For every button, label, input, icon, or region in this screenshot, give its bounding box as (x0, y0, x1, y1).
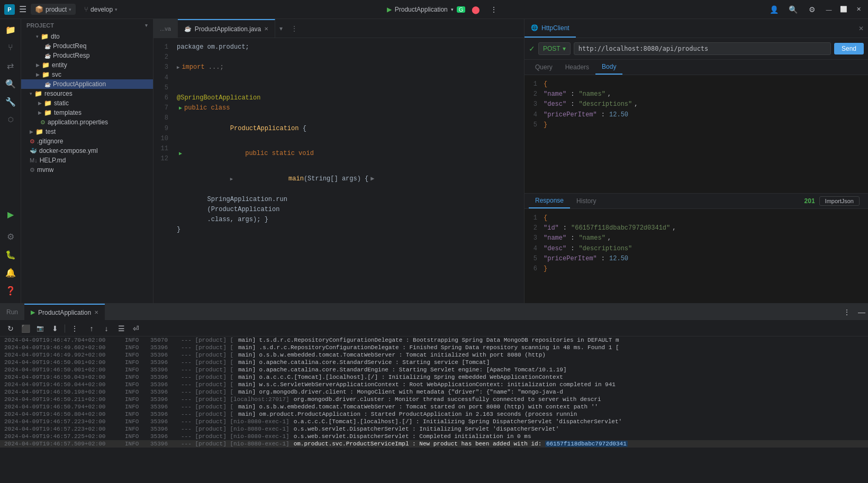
httpclient-close-btn[interactable]: ✕ (854, 19, 868, 38)
bottom-tabs: Run ▶ ProductApplication ✕ ⋮ — (0, 304, 868, 321)
req-tab-headers[interactable]: Headers (559, 60, 595, 74)
send-button[interactable]: Send (834, 43, 864, 54)
title-arrow: ▾ (451, 7, 454, 12)
sidebar-icon-plugins[interactable]: ⬡ (2, 111, 19, 128)
folder-arrow-resources: ▾ (30, 91, 32, 96)
req-tab-query[interactable]: Query (529, 60, 559, 74)
code-editor: 1 2 3 4 5 6 7 8 9 10 11 12 package om.pr… (153, 38, 524, 303)
project-selector[interactable]: 📦 product ▾ (31, 4, 76, 15)
code-line-12: (ProductApplication (177, 205, 524, 215)
editor-tab-productapp[interactable]: ☕ ProductApplication.java ✕ (178, 19, 275, 38)
tree-item-app-properties[interactable]: ⚙ application.properties (21, 117, 153, 127)
log-line-12: 2024-04-09T19:46:57.223+02:00 INFO 35396… (0, 418, 868, 425)
stop-btn[interactable]: ⬛ (19, 322, 32, 335)
tab-options-btn[interactable]: ⋮ (287, 19, 302, 38)
tab-more-btn[interactable]: ▾ (275, 19, 287, 38)
tree-item-dto[interactable]: ▾ 📁 dto (21, 32, 153, 41)
method-label: POST (543, 45, 560, 52)
close-btn[interactable]: ✕ (853, 4, 864, 15)
search-icon[interactable]: 🔍 (785, 2, 800, 17)
sidebar-icon-search[interactable]: 🔍 (2, 75, 19, 92)
sidebar-icon-merge[interactable]: ⇄ (2, 57, 19, 74)
httpclient-panel: 🌐 HttpClient ✕ ✓ POST ▾ Send Query Heade… (524, 19, 868, 303)
httpclient-tab[interactable]: 🌐 HttpClient (525, 19, 576, 38)
debug-icon-btn[interactable]: ⬤ (468, 2, 483, 17)
restart-btn[interactable]: ↻ (4, 322, 17, 335)
method-select[interactable]: POST ▾ (538, 42, 571, 55)
branch-selector[interactable]: ⑂ develop ▾ (80, 4, 122, 15)
log-area[interactable]: 2024-04-09T19:46:47.704+02:00 INFO 35070… (0, 336, 868, 483)
response-tab-history[interactable]: History (570, 194, 602, 208)
up-scroll-btn[interactable]: ↑ (85, 322, 98, 335)
more-icon-btn[interactable]: ⋮ (486, 2, 501, 17)
code-line-1: package om.product; (177, 42, 524, 52)
more-opts-btn[interactable]: ⋮ (68, 322, 81, 335)
tree-item-templates[interactable]: ▶ 📁 templates (21, 108, 153, 117)
tree-item-svc[interactable]: ▶ 📁 svc (21, 70, 153, 79)
bottom-tab-close[interactable]: ✕ (94, 309, 98, 315)
maximize-btn[interactable]: ⬜ (838, 4, 849, 15)
sidebar-icon-tools[interactable]: 🔧 (2, 93, 19, 110)
run-icon: ▶ (387, 6, 392, 13)
down-scroll-btn[interactable]: ↓ (100, 322, 113, 335)
tree-item-mvnw[interactable]: ⚙ mvnw (21, 165, 153, 175)
req-line-3: 3 "desc" : "descriptions" , (529, 99, 864, 110)
sidebar-icon-folder[interactable]: 📁 (2, 21, 19, 38)
tree-label-templates: templates (54, 109, 82, 116)
import-json-button[interactable]: ImportJson (819, 196, 860, 206)
sidebar-icon-help[interactable]: ❓ (2, 282, 19, 299)
bottom-more-btn[interactable]: ⋮ (840, 306, 853, 318)
sidebar-icon-notifications[interactable]: 🔔 (2, 264, 19, 281)
req-tab-body[interactable]: Body (595, 60, 622, 75)
account-icon[interactable]: 👤 (766, 2, 781, 17)
log-line-2: 2024-04-09T19:46:49.602+02:00 INFO 35396… (0, 344, 868, 351)
hamburger-menu[interactable]: ☰ (19, 4, 26, 14)
sidebar-icon-git[interactable]: ⑂ (2, 39, 19, 56)
tree-item-entity[interactable]: ▶ 📁 entity (21, 60, 153, 70)
sidebar-icon-run[interactable]: ▶ (2, 206, 19, 223)
code-content[interactable]: package om.product; ▶ import ...; @Sprin… (173, 38, 524, 303)
tree-label-help-md: HELP.md (40, 157, 66, 164)
bottom-tab-productapp[interactable]: ▶ ProductApplication ✕ (24, 304, 105, 320)
fold-arrow-import[interactable]: ▶ (177, 64, 179, 71)
fold-arrow-method[interactable]: ▶ (230, 176, 233, 183)
bottom-tab-run[interactable]: Run (0, 304, 24, 320)
suspend-btn[interactable]: 📷 (34, 322, 47, 335)
code-line-5 (177, 83, 524, 93)
run-button-main[interactable]: ▶ (177, 105, 184, 112)
folder-arrow-templates: ▶ (38, 110, 42, 115)
editor-tab-close[interactable]: ✕ (264, 26, 268, 32)
tree-item-test[interactable]: ▶ 📁 test (21, 127, 153, 136)
sidebar-icon-debug[interactable]: 🐛 (2, 246, 19, 263)
request-body[interactable]: 1 { 2 "name" : "names" , 3 "desc" : "des… (525, 75, 868, 193)
tree-item-productresp[interactable]: ☕ ProductResp (21, 51, 153, 60)
wrap-btn[interactable]: ⏎ (130, 322, 142, 335)
log-line-10: 2024-04-09T19:46:50.794+02:00 INFO 35396… (0, 403, 868, 411)
tree-item-docker[interactable]: 🐳 docker-compose.yml (21, 146, 153, 156)
tree-item-static[interactable]: ▶ 📁 static (21, 98, 153, 108)
sidebar-icon-build[interactable]: ⚙ (2, 228, 19, 245)
folder-icon-entity: 📁 (42, 61, 50, 69)
folder-arrow-entity: ▶ (36, 62, 40, 68)
minimize-btn[interactable]: — (824, 4, 834, 15)
editor-tab-va[interactable]: ...va (153, 19, 178, 38)
response-body[interactable]: 1 { 2 "id" : "66157f118dbabc7972d0341d" … (525, 209, 868, 303)
url-input[interactable] (574, 42, 831, 55)
code-line-6: @SpringBootApplication (177, 93, 524, 103)
response-area: Response History 201 ImportJson 1 { 2 (525, 193, 868, 303)
tree-item-resources[interactable]: ▾ 📁 resources (21, 89, 153, 98)
tree-item-productapplication[interactable]: ☕ ProductApplication (21, 79, 153, 89)
scroll-end-btn[interactable]: ⬇ (49, 322, 61, 335)
run-button-method[interactable]: ▶ (177, 150, 184, 158)
tree-item-gitignore[interactable]: ⚙ .gitignore (21, 136, 153, 146)
folder-arrow-test: ▶ (30, 129, 33, 134)
properties-icon: ⚙ (40, 119, 46, 126)
java-icon-productreq: ☕ (44, 43, 51, 49)
bottom-minimize-btn[interactable]: — (855, 306, 868, 318)
filter-btn[interactable]: ☰ (115, 322, 128, 335)
settings-icon[interactable]: ⚙ (804, 2, 819, 17)
tree-item-productreq[interactable]: ☕ ProductReq (21, 41, 153, 51)
response-tab-response[interactable]: Response (529, 194, 570, 208)
editor-tab-va-label: ...va (160, 25, 171, 32)
tree-item-help-md[interactable]: M↓ HELP.md (21, 156, 153, 165)
